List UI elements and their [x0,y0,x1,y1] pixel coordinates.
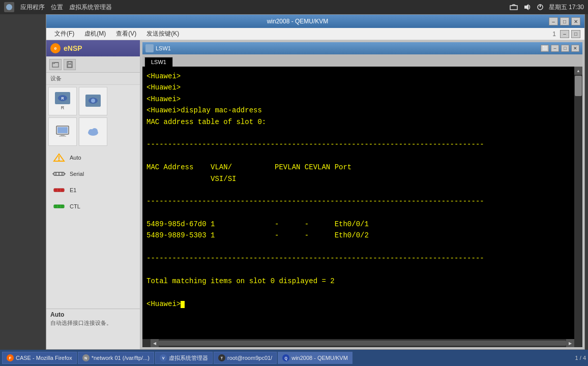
main-window: win2008 - QEMU/KVM – □ ✕ 文件(F) 虚机(M) 查看(… [46,14,585,350]
svg-rect-15 [61,134,65,136]
system-logo-icon [4,2,14,12]
auto-label: Auto [70,155,81,161]
lsw-minimize-btn[interactable]: – [551,45,559,52]
terminal[interactable]: <Huawei> <Huawei> <Huawei> <Huawei>displ… [142,67,582,339]
interface-serial[interactable]: Serial [48,166,138,181]
router2-icon [85,95,101,107]
qemu-icon: Q [282,354,289,361]
terminal-line-9 [146,185,578,196]
terminal-line-6 [146,150,578,162]
file-menu[interactable]: 文件(F) [50,28,78,39]
scroll-left-arrow[interactable]: ◀ [151,339,159,347]
terminal-scrollbar[interactable]: ▲ [574,67,582,339]
lsw-window: LSW1 ⬜ – □ ✕ LSW1 <Huawei> <Huawei> <Hua… [140,40,584,349]
terminal-container[interactable]: <Huawei> <Huawei> <Huawei> <Huawei>displ… [142,67,582,347]
send-keys-menu[interactable]: 发送按键(K) [142,28,183,39]
hscrollbar-track[interactable] [159,341,566,346]
ensp-title: eNSP [64,44,82,52]
right-panel: LSW1 ⬜ – □ ✕ LSW1 <Huawei> <Huawei> <Hua… [140,40,584,349]
scroll-up-arrow[interactable]: ▲ [574,67,582,75]
inner-maximize-btn[interactable]: □ [571,30,580,38]
devices-section-label: 设备 [46,73,140,85]
window-title: win2008 - QEMU/KVM [50,18,545,25]
window-titlebar: win2008 - QEMU/KVM – □ ✕ [46,15,584,28]
svg-rect-8 [68,65,72,67]
cloud-icon [85,125,101,137]
lsw-tab-lsw1[interactable]: LSW1 [144,57,173,67]
minimize-button[interactable]: – [549,17,558,25]
close-button[interactable]: ✕ [571,17,580,25]
interface-auto[interactable]: Auto [48,150,138,165]
terminal-dashes-4: ----------------------------------------… [146,253,578,264]
terminal-hscrollbar[interactable]: ◀ ▶ [142,339,582,347]
device-row-1: R R [48,87,138,115]
power-icon [537,4,544,11]
router-R-icon: R [55,92,70,104]
terminal-prompt-line: <Huawei> [146,298,578,310]
ensp-save-btn[interactable] [64,59,76,70]
taskbar-network[interactable]: N *network 01 (/var/ftp/...) [78,352,154,364]
terminal-dashes-1 [146,128,578,139]
taskbar-firefox[interactable]: F CASE - Mozilla Firefox [2,352,77,364]
maximize-button[interactable]: □ [560,17,569,25]
inner-minimize-btn[interactable]: – [560,30,569,38]
terminal-line-13 [146,241,578,253]
interface-ctl[interactable]: CTL [48,199,138,214]
interface-e1[interactable]: E1 [48,182,138,198]
svg-rect-14 [57,127,68,133]
device-monitor[interactable] [48,117,77,146]
svg-point-12 [91,99,95,103]
taskbar-qemu[interactable]: Q win2008 - QEMU/KVM [278,352,352,364]
scrollbar-thumb[interactable] [575,76,582,96]
ensp-header: e eNSP [46,40,140,56]
vm-manager-menu[interactable]: 虚拟系统管理器 [69,3,112,12]
lsw-restore-btn[interactable]: ⬜ [541,45,549,52]
system-bar-right: 星期五 17:30 [509,3,584,12]
terminal-line-8: VSI/SI [146,173,578,185]
scroll-right-arrow[interactable]: ▶ [566,339,574,347]
ctl-label: CTL [70,203,80,209]
svg-point-21 [58,160,60,161]
status-desc: 自动选择接口连接设备。 [50,319,136,327]
volume-icon [523,4,532,11]
lsw-close-btn[interactable]: ✕ [571,45,579,52]
lsw-tab-area: LSW1 [142,54,582,67]
vm-manager-icon: V [160,354,167,361]
svg-text:R: R [61,97,64,100]
window-controls: – □ ✕ [549,17,580,25]
interface-list: Auto Serial E1 [46,148,140,216]
device-row-2 [48,117,138,146]
taskbar-vm-manager-label: 虚拟系统管理器 [169,354,208,362]
taskbar-vm-manager[interactable]: V 虚拟系统管理器 [155,352,213,364]
view-menu[interactable]: 查看(V) [112,28,140,39]
terminal-dashes-2: ----------------------------------------… [146,139,578,150]
device-cloud[interactable] [79,117,107,146]
svg-marker-2 [524,4,528,10]
device-router-R[interactable]: R R [48,87,77,115]
e1-label: E1 [70,187,76,193]
device-grid: R R [46,85,140,148]
terminal-line-11: 5489-985d-67d0 1 - - Eth0/0/1 [146,219,578,230]
svg-rect-1 [510,6,517,10]
terminal-line-7: MAC Address VLAN/ PEVLAN CEVLAN Port [146,162,578,173]
device-router2[interactable] [79,87,107,115]
ensp-toolbar [46,56,140,73]
vm-menu[interactable]: 虚机(M) [80,28,110,39]
terminal-dashes-3: ----------------------------------------… [146,196,578,207]
taskbar: F CASE - Mozilla Firefox N *network 01 (… [0,350,588,366]
bottom-status: Auto 自动选择接口连接设备。 [46,309,140,349]
terminal-line-12: 5489-9889-5303 1 - - Eth0/0/2 [146,230,578,241]
taskbar-root[interactable]: T root@room9pc01/ [214,352,277,364]
app-menu[interactable]: 应用程序 [20,3,45,12]
serial-label: Serial [70,171,84,177]
lsw-maximize-btn[interactable]: □ [561,45,569,52]
ensp-open-btn[interactable] [49,59,62,70]
taskbar-qemu-label: win2008 - QEMU/KVM [291,355,348,361]
location-menu[interactable]: 位置 [51,3,63,12]
menu-bar: 文件(F) 虚机(M) 查看(V) 发送按键(K) 1 – □ [46,28,584,40]
terminal-line-10 [146,207,578,219]
taskbar-root-label: root@room9pc01/ [227,355,272,361]
terminal-line-1: <Huawei> [146,71,578,82]
ensp-logo-icon: e [50,43,61,53]
left-panel: e eNSP 设备 R R [46,40,140,349]
